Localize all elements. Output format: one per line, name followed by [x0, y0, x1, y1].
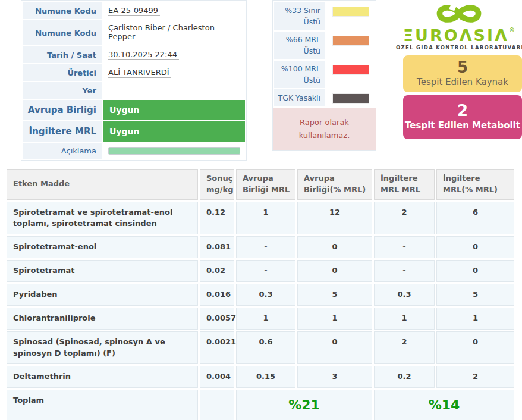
- eu-pct-cell: 5: [297, 284, 372, 306]
- uk-mrl-cell: 2: [374, 331, 435, 365]
- result-cell: 0.0021: [200, 331, 234, 365]
- detected-source-card: 5 Tespit Edilen Kaynak: [403, 55, 522, 92]
- brand-wordmark: ΞUROΛSIΛ®: [396, 27, 522, 43]
- table-row: Spirotetramat ve spirotetramat-enol topl…: [7, 202, 514, 235]
- result-cell: 0.02: [200, 260, 234, 282]
- results-table-panel: Etken Madde Sonuç mg/kg Avrupa Birliği M…: [5, 167, 516, 420]
- status-badge-eu: Uygun: [103, 100, 245, 120]
- form-row: Açıklama: [23, 143, 245, 159]
- producer-field: ALİ TANRIVERDİ: [103, 64, 245, 81]
- substance-cell: Pyridaben: [7, 284, 198, 306]
- eu-pct-cell: 3: [297, 366, 372, 388]
- detected-metabolite-count: 2: [457, 102, 468, 120]
- legend-label: %66 MRL Üstü: [274, 32, 325, 59]
- total-row: Toplam %21 %14: [7, 390, 514, 420]
- registered-mark: ®: [509, 27, 515, 33]
- result-cell: 0.0057: [200, 308, 234, 330]
- brand-subtitle: ÖZEL GIDA KONTROL LABORATUVARI: [396, 45, 522, 51]
- column-header-uk-pct: İngiltere MRL(% MRL): [436, 169, 514, 200]
- report-disclaimer: Rapor olarak kullanılamaz.: [273, 108, 376, 150]
- result-cell: 0.016: [200, 284, 234, 306]
- legend-panel: %33 Sınır Üstü %66 MRL Üstü %100 MRL Üst…: [272, 0, 376, 151]
- form-label: Numune Kodu: [23, 2, 102, 19]
- column-header-uk-mrl: İngiltere MRL MRL: [374, 169, 435, 200]
- form-row: Avrupa Birliği Uygun: [23, 100, 245, 120]
- sample-name-value[interactable]: Çarliston Biber / Charleston Pepper: [108, 23, 240, 42]
- eu-pct-cell: 0: [297, 236, 372, 258]
- eu-mrl-cell: 0.3: [236, 284, 295, 306]
- sample-name-field: Çarliston Biber / Charleston Pepper: [103, 20, 245, 45]
- uk-pct-cell: 2: [436, 366, 514, 388]
- sample-code-value[interactable]: EA-25-09499: [108, 6, 160, 16]
- description-field: [103, 143, 245, 159]
- eu-mrl-cell: 0.15: [236, 366, 295, 388]
- form-label: İngiltere MRL: [23, 121, 102, 142]
- substance-cell: Spinosad (Spinosad, spinosyn A ve spinos…: [7, 331, 198, 365]
- detected-metabolite-card: 2 Tespit Edilen Metabolit: [403, 95, 522, 139]
- legend-swatch-dark: [332, 93, 369, 104]
- place-value[interactable]: [108, 85, 110, 94]
- detected-source-label: Tespit Edilen Kaynak: [417, 77, 508, 89]
- column-header-result: Sonuç mg/kg: [200, 169, 234, 200]
- uk-pct-cell: 0: [436, 260, 514, 282]
- results-header-row: Etken Madde Sonuç mg/kg Avrupa Birliği M…: [7, 169, 514, 200]
- place-field: [103, 82, 245, 99]
- legend-row: %100 MRL Üstü: [274, 61, 375, 89]
- uk-mrl-cell: 1: [374, 308, 435, 330]
- table-row: Deltamethrin 0.004 0.15 3 0.2 2: [7, 366, 514, 388]
- total-uk-cell: %14: [374, 390, 514, 420]
- producer-value[interactable]: ALİ TANRIVERDİ: [108, 68, 171, 78]
- result-cell: 0.004: [200, 366, 234, 388]
- uk-pct-cell: 5: [436, 284, 514, 306]
- eu-pct-cell: 1: [297, 308, 372, 330]
- form-label: Üretici: [23, 64, 102, 81]
- datetime-field: 30.10.2025 22:44: [103, 46, 245, 63]
- uk-mrl-cell: -: [374, 236, 435, 258]
- legend-label: %33 Sınır Üstü: [274, 2, 325, 30]
- sample-info-panel: Numune Kodu EA-25-09499 Numune Kodu Çarl…: [21, 0, 247, 161]
- total-label: Toplam: [7, 390, 198, 420]
- form-row: İngiltere MRL Uygun: [23, 121, 245, 142]
- column-header-substance: Etken Madde: [7, 169, 198, 200]
- description-bar: [108, 147, 240, 155]
- uk-mrl-cell: -: [374, 260, 435, 282]
- report-screen: Numune Kodu EA-25-09499 Numune Kodu Çarl…: [0, 0, 522, 420]
- form-label: Açıklama: [23, 143, 102, 159]
- form-row: Tarih / Saat 30.10.2025 22:44: [23, 46, 245, 63]
- legend-label: TGK Yasaklı: [274, 89, 325, 106]
- table-row: Spinosad (Spinosad, spinosyn A ve spinos…: [7, 331, 514, 365]
- legend-row: TGK Yasaklı: [274, 89, 375, 106]
- legend-swatch-red: [332, 65, 369, 75]
- legend-label: %100 MRL Üstü: [274, 61, 325, 89]
- uk-mrl-cell: 0.2: [374, 366, 435, 388]
- form-label: Tarih / Saat: [23, 46, 102, 63]
- detected-metabolite-label: Tespit Edilen Metabolit: [405, 120, 520, 132]
- table-row: Spirotetramat-enol 0.081 - 0 - 0: [7, 236, 514, 258]
- brand-panel: ΞUROΛSIΛ® ÖZEL GIDA KONTROL LABORATUVARI…: [396, 0, 522, 139]
- uk-pct-cell: 0: [436, 236, 514, 258]
- form-row: Numune Kodu Çarliston Biber / Charleston…: [23, 20, 245, 45]
- eu-mrl-cell: -: [236, 236, 295, 258]
- substance-cell: Deltamethrin: [7, 366, 198, 388]
- results-table: Etken Madde Sonuç mg/kg Avrupa Birliği M…: [5, 167, 516, 420]
- eu-mrl-cell: 1: [236, 308, 295, 330]
- legend-swatch-yellow: [332, 7, 369, 17]
- eu-mrl-cell: 1: [236, 202, 295, 235]
- eu-pct-cell: 12: [297, 202, 372, 235]
- column-header-eu-pct: Avrupa Birliği(% MRL): [297, 169, 372, 200]
- form-label: Numune Kodu: [23, 20, 102, 45]
- total-eu-cell: %21: [236, 390, 372, 420]
- status-badge-uk: Uygun: [103, 121, 245, 142]
- form-row: Yer: [23, 82, 245, 99]
- total-empty-cell: [200, 390, 234, 420]
- table-row: Spirotetramat 0.02 - 0 - 0: [7, 260, 514, 282]
- uk-mrl-cell: 2: [374, 202, 435, 235]
- legend-row: %33 Sınır Üstü: [274, 2, 375, 30]
- substance-cell: Spirotetramat ve spirotetramat-enol topl…: [7, 202, 198, 235]
- result-cell: 0.12: [200, 202, 234, 235]
- datetime-value[interactable]: 30.10.2025 22:44: [108, 50, 179, 60]
- substance-cell: Spirotetramat: [7, 260, 198, 282]
- uk-pct-cell: 6: [436, 202, 514, 235]
- form-label: Yer: [23, 82, 102, 99]
- eu-pct-cell: 0: [297, 260, 372, 282]
